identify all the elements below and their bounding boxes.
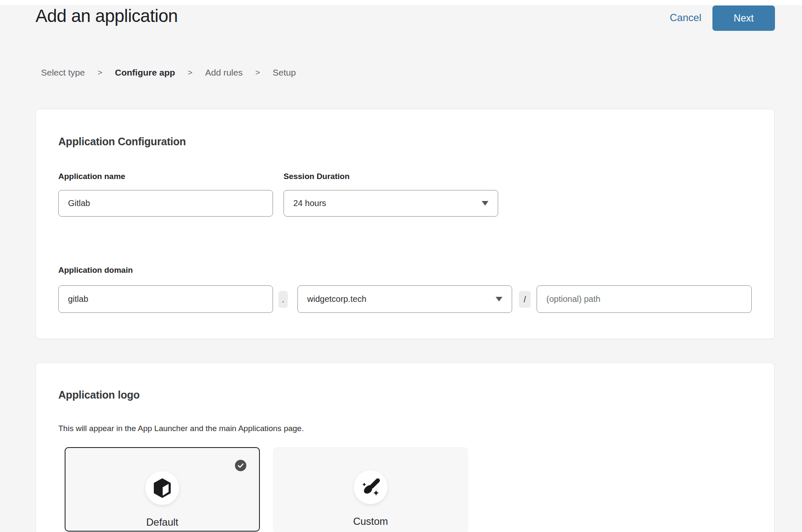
cube-icon	[153, 478, 171, 498]
breadcrumb-separator: >	[255, 68, 260, 77]
cancel-button[interactable]: Cancel	[670, 12, 701, 24]
breadcrumb-step-add-rules[interactable]: Add rules	[205, 68, 243, 78]
breadcrumb-separator: >	[188, 68, 192, 77]
paintbrush-icon	[361, 478, 380, 497]
custom-tile-label: Custom	[273, 516, 468, 527]
application-name-label: Application name	[58, 172, 125, 181]
application-logo-description: This will appear in the App Launcher and…	[58, 424, 304, 433]
chevron-down-icon	[482, 201, 488, 206]
breadcrumb-step-setup[interactable]: Setup	[273, 68, 296, 78]
chevron-down-icon	[496, 297, 502, 301]
path-input[interactable]	[537, 285, 752, 313]
logo-option-default[interactable]: Default	[65, 447, 260, 532]
page-title: Add an application	[35, 6, 178, 26]
application-configuration-title: Application Configuration	[58, 136, 186, 148]
default-tile-label: Default	[65, 516, 259, 528]
breadcrumb: Select type > Configure app > Add rules …	[41, 68, 296, 78]
slash-separator: /	[519, 291, 531, 308]
next-button[interactable]: Next	[712, 5, 775, 31]
application-logo-card: Application logo This will appear in the…	[35, 363, 775, 532]
application-configuration-card: Application Configuration Application na…	[35, 109, 775, 339]
application-name-input[interactable]	[58, 190, 273, 217]
subdomain-input[interactable]	[58, 285, 273, 313]
breadcrumb-step-select-type[interactable]: Select type	[41, 68, 85, 78]
domain-select-value: widgetcorp.tech	[307, 294, 366, 304]
domain-select[interactable]: widgetcorp.tech	[297, 285, 512, 313]
default-logo-circle	[145, 471, 179, 505]
breadcrumb-step-configure-app[interactable]: Configure app	[115, 68, 175, 78]
session-duration-select[interactable]: 24 hours	[284, 190, 498, 217]
application-logo-title: Application logo	[58, 389, 140, 401]
application-domain-label: Application domain	[58, 266, 133, 275]
logo-option-custom[interactable]: Custom	[273, 447, 468, 532]
custom-logo-circle	[354, 470, 387, 504]
dot-separator: .	[278, 291, 288, 308]
session-duration-value: 24 hours	[293, 198, 326, 208]
top-strip	[0, 0, 802, 5]
breadcrumb-separator: >	[98, 68, 102, 77]
session-duration-label: Session Duration	[284, 172, 349, 181]
check-icon	[235, 460, 246, 471]
selected-check-badge	[235, 460, 246, 471]
